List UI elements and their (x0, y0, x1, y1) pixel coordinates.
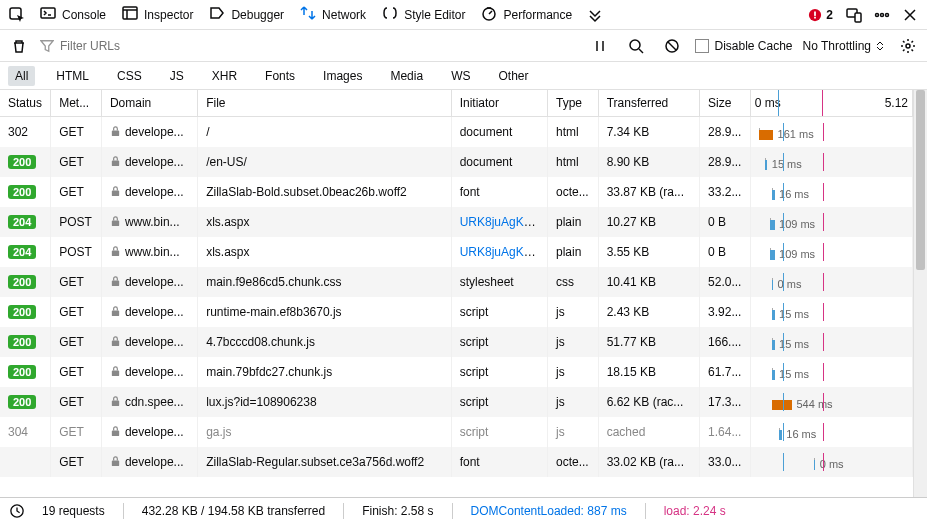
type-filter-xhr[interactable]: XHR (205, 66, 244, 86)
lock-icon (110, 456, 121, 467)
throttling-select[interactable]: No Throttling (803, 39, 885, 53)
clear-button[interactable] (6, 33, 32, 59)
size-cell: 3.92... (700, 297, 751, 327)
tab-debugger[interactable]: Debugger (201, 1, 292, 28)
column-header[interactable]: Size (700, 90, 751, 117)
initiator-cell: font (451, 177, 547, 207)
file-cell: lux.js?id=108906238 (198, 387, 451, 417)
request-row[interactable]: 204POSTwww.bin...xls.aspxURK8juAgKq...pl… (0, 237, 913, 267)
lock-icon (110, 396, 121, 407)
pause-button[interactable] (587, 33, 613, 59)
file-cell: 4.7bcccd08.chunk.js (198, 327, 451, 357)
settings-gear-button[interactable] (895, 33, 921, 59)
request-row[interactable]: 304GETdevelope...ga.jsscriptjscached1.64… (0, 417, 913, 447)
type-cell: plain (547, 207, 598, 237)
size-cell: 61.7... (700, 357, 751, 387)
request-row[interactable]: 200GETcdn.spee...lux.js?id=108906238scri… (0, 387, 913, 417)
transferred-cell: 10.41 KB (598, 267, 699, 297)
waterfall-cell: 0 ms (750, 447, 912, 477)
column-header[interactable]: Met... (51, 90, 102, 117)
type-filter-html[interactable]: HTML (49, 66, 96, 86)
svg-rect-1 (41, 8, 55, 18)
type-cell: js (547, 417, 598, 447)
type-filter-css[interactable]: CSS (110, 66, 149, 86)
column-header[interactable]: Transferred (598, 90, 699, 117)
tab-performance[interactable]: Performance (473, 1, 580, 28)
svg-point-11 (886, 13, 889, 16)
type-filter-all[interactable]: All (8, 66, 35, 86)
type-cell: js (547, 357, 598, 387)
request-row[interactable]: 200GETdevelope...main.79bfdc27.chunk.jss… (0, 357, 913, 387)
file-cell: main.f9e86cd5.chunk.css (198, 267, 451, 297)
overflow-tabs-button[interactable] (582, 2, 608, 28)
close-devtools-button[interactable] (897, 2, 923, 28)
request-row[interactable]: 200GETdevelope.../en-US/documenthtml8.90… (0, 147, 913, 177)
filter-urls-input[interactable]: Filter URLs (40, 39, 460, 53)
request-row[interactable]: 302GETdevelope.../documenthtml7.34 KB28.… (0, 117, 913, 147)
size-cell: 166.... (700, 327, 751, 357)
responsive-design-button[interactable] (841, 2, 867, 28)
search-button[interactable] (623, 33, 649, 59)
vertical-scrollbar[interactable] (913, 90, 927, 497)
transferred-cell: cached (598, 417, 699, 447)
waterfall-cell: 544 ms (750, 387, 912, 417)
lock-icon (110, 366, 121, 377)
waterfall-header[interactable]: 0 ms5.12 (750, 90, 912, 117)
request-row[interactable]: 200GETdevelope...ZillaSlab-Bold.subset.0… (0, 177, 913, 207)
tab-network[interactable]: Network (292, 1, 374, 28)
column-header[interactable]: Type (547, 90, 598, 117)
column-header[interactable]: File (198, 90, 451, 117)
type-filter-ws[interactable]: WS (444, 66, 477, 86)
disable-cache-checkbox[interactable]: Disable Cache (695, 39, 792, 53)
lock-icon (110, 336, 121, 347)
type-filter-fonts[interactable]: Fonts (258, 66, 302, 86)
request-row[interactable]: 204POSTwww.bin...xls.aspxURK8juAgKq...pl… (0, 207, 913, 237)
initiator-cell: script (451, 357, 547, 387)
type-filter-media[interactable]: Media (383, 66, 430, 86)
status-cell (0, 447, 51, 477)
initiator-cell: URK8juAgKq... (451, 207, 547, 237)
tab-style-editor[interactable]: Style Editor (374, 1, 473, 28)
svg-rect-25 (112, 431, 119, 437)
column-header[interactable]: Initiator (451, 90, 547, 117)
column-header[interactable]: Status (0, 90, 51, 117)
waterfall-cell: 161 ms (750, 117, 912, 147)
type-filter-images[interactable]: Images (316, 66, 369, 86)
initiator-cell: stylesheet (451, 267, 547, 297)
tab-inspector[interactable]: Inspector (114, 1, 201, 28)
block-button[interactable] (659, 33, 685, 59)
svg-rect-5 (814, 11, 816, 15)
scrollbar-thumb[interactable] (916, 90, 925, 270)
svg-point-12 (630, 40, 640, 50)
perf-analysis-icon[interactable] (10, 504, 24, 518)
column-header[interactable]: Domain (101, 90, 197, 117)
initiator-cell: script (451, 297, 547, 327)
file-cell: runtime-main.ef8b3670.js (198, 297, 451, 327)
type-cell: html (547, 147, 598, 177)
file-cell: ZillaSlab-Regular.subset.ce3a756d.woff2 (198, 447, 451, 477)
meatball-menu-button[interactable] (869, 2, 895, 28)
tab-console[interactable]: Console (32, 1, 114, 28)
waterfall-cell: 16 ms (750, 177, 912, 207)
initiator-cell: font (451, 447, 547, 477)
type-filter-js[interactable]: JS (163, 66, 191, 86)
file-cell: ZillaSlab-Bold.subset.0beac26b.woff2 (198, 177, 451, 207)
pick-element-button[interactable] (4, 2, 30, 28)
svg-rect-22 (112, 341, 119, 347)
type-filter-other[interactable]: Other (491, 66, 535, 86)
transferred-cell: 33.87 KB (ra... (598, 177, 699, 207)
request-row[interactable]: 200GETdevelope...4.7bcccd08.chunk.jsscri… (0, 327, 913, 357)
request-row[interactable]: GETdevelope...ZillaSlab-Regular.subset.c… (0, 447, 913, 477)
method-cell: GET (51, 387, 102, 417)
request-row[interactable]: 200GETdevelope...main.f9e86cd5.chunk.css… (0, 267, 913, 297)
finish-time: Finish: 2.58 s (362, 504, 433, 518)
svg-point-10 (881, 13, 884, 16)
devtools-tabbar: ConsoleInspectorDebuggerNetworkStyle Edi… (0, 0, 927, 30)
size-cell: 33.2... (700, 177, 751, 207)
requests-table[interactable]: StatusMet...DomainFileInitiatorTypeTrans… (0, 90, 913, 477)
type-cell: html (547, 117, 598, 147)
request-row[interactable]: 200GETdevelope...runtime-main.ef8b3670.j… (0, 297, 913, 327)
filter-placeholder: Filter URLs (60, 39, 120, 53)
error-count-badge[interactable]: 2 (802, 8, 839, 22)
size-cell: 28.9... (700, 117, 751, 147)
